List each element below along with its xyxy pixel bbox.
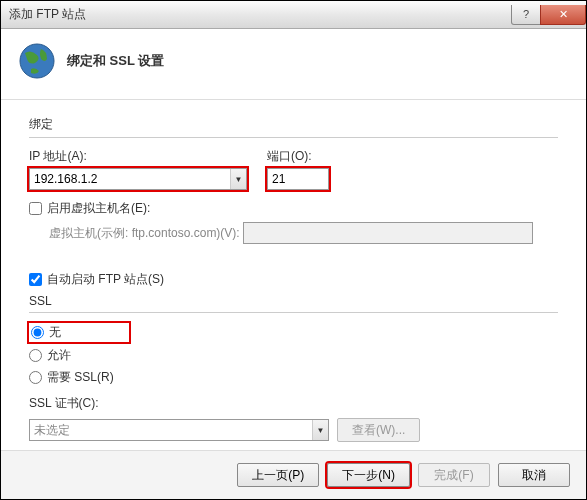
close-button[interactable]: ✕ [540, 5, 586, 25]
autostart-label: 自动启动 FTP 站点(S) [47, 271, 164, 288]
ssl-cert-row: ▼ 查看(W)... [29, 418, 558, 442]
vhost-enable-checkbox-row[interactable]: 启用虚拟主机名(E): [29, 200, 558, 217]
port-input[interactable] [267, 168, 329, 190]
ssl-group: SSL 无 允许 需要 SSL(R) SSL 证书(C): ▼ [29, 294, 558, 442]
ssl-allow-radio[interactable] [29, 349, 42, 362]
binding-group-label: 绑定 [29, 116, 558, 133]
titlebar-buttons: ? ✕ [512, 5, 586, 25]
autostart-checkbox-row[interactable]: 自动启动 FTP 站点(S) [29, 271, 558, 288]
ssl-cert-input[interactable] [30, 423, 312, 437]
page-title: 绑定和 SSL 设置 [67, 52, 164, 70]
binding-group-divider [29, 137, 558, 138]
vhost-label: 虚拟主机(示例: ftp.contoso.com)(V): [49, 226, 240, 240]
ssl-none-label: 无 [49, 324, 61, 341]
dialog-footer: 上一页(P) 下一步(N) 完成(F) 取消 [1, 450, 586, 499]
ssl-none-radio[interactable] [31, 326, 44, 339]
ssl-require-label: 需要 SSL(R) [47, 369, 114, 386]
ssl-cert-combo[interactable]: ▼ [29, 419, 329, 441]
autostart-checkbox[interactable] [29, 273, 42, 286]
ssl-allow-row[interactable]: 允许 [29, 347, 558, 364]
dialog-header: 绑定和 SSL 设置 [1, 29, 586, 100]
content-area: 绑定 IP 地址(A): ▼ 端口(O): 启用虚拟主机名(E): 虚拟主机(示… [1, 100, 586, 450]
ssl-cert-label: SSL 证书(C): [29, 396, 99, 410]
cancel-button[interactable]: 取消 [498, 463, 570, 487]
help-button[interactable]: ? [511, 5, 541, 25]
ssl-require-row[interactable]: 需要 SSL(R) [29, 369, 558, 386]
ssl-none-row[interactable]: 无 [29, 323, 129, 342]
ssl-group-label: SSL [29, 294, 558, 308]
vhost-section: 虚拟主机(示例: ftp.contoso.com)(V): [49, 222, 558, 244]
port-field: 端口(O): [267, 148, 329, 190]
ssl-group-divider [29, 312, 558, 313]
dialog-window: 添加 FTP 站点 ? ✕ 绑定和 SSL 设置 绑定 IP 地址(A): ▼ [0, 0, 587, 500]
next-button[interactable]: 下一步(N) [327, 463, 410, 487]
ip-combo[interactable]: ▼ [29, 168, 247, 190]
ssl-allow-label: 允许 [47, 347, 71, 364]
ip-port-row: IP 地址(A): ▼ 端口(O): [29, 148, 558, 190]
ip-input[interactable] [30, 172, 230, 186]
vhost-input [243, 222, 533, 244]
view-cert-button: 查看(W)... [337, 418, 420, 442]
titlebar: 添加 FTP 站点 ? ✕ [1, 1, 586, 29]
chevron-down-icon[interactable]: ▼ [312, 420, 328, 440]
finish-button: 完成(F) [418, 463, 490, 487]
ip-label: IP 地址(A): [29, 148, 247, 165]
port-label: 端口(O): [267, 148, 329, 165]
ip-field: IP 地址(A): ▼ [29, 148, 247, 190]
window-title: 添加 FTP 站点 [9, 6, 512, 23]
previous-button[interactable]: 上一页(P) [237, 463, 319, 487]
globe-icon [17, 41, 57, 81]
chevron-down-icon[interactable]: ▼ [230, 169, 246, 189]
vhost-enable-checkbox[interactable] [29, 202, 42, 215]
vhost-enable-label: 启用虚拟主机名(E): [47, 200, 150, 217]
ssl-require-radio[interactable] [29, 371, 42, 384]
